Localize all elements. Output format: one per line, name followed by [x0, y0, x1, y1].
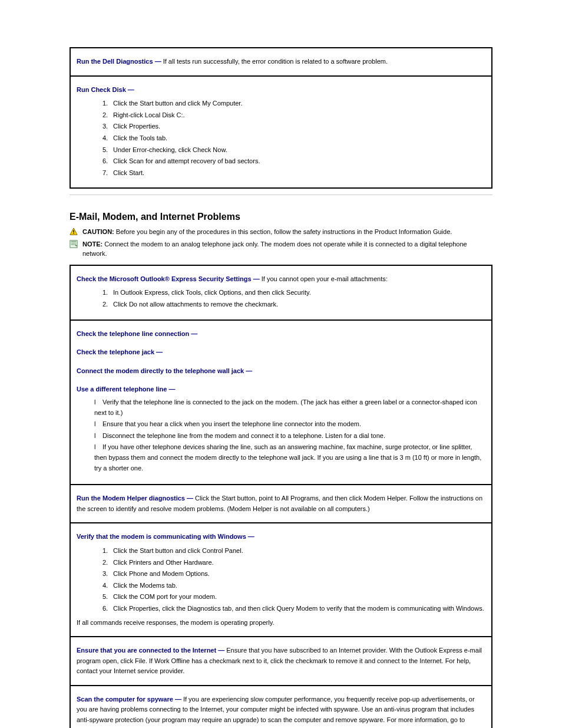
caution-label: CAUTION:: [82, 228, 116, 235]
step: 2.Click Printers and Other Hardware.: [94, 558, 485, 568]
lead-check-disk: Run Check Disk —: [77, 86, 134, 93]
row-modem-windows: Verify that the modem is communicating w…: [71, 523, 491, 637]
caution-body: Before you begin any of the procedures i…: [116, 228, 452, 235]
step: 5.Click the COM port for your modem.: [94, 592, 485, 602]
outlook-steps: 1.In Outlook Express, click Tools, click…: [94, 288, 485, 309]
bullet: lEnsure that you hear a click when you i…: [94, 419, 485, 430]
step: 2.Right-click Local Disk C:.: [94, 110, 485, 121]
lead-run-diagnostics: Run the Dell Diagnostics —: [77, 58, 161, 65]
lead-spyware: Scan the computer for spyware —: [77, 696, 181, 703]
row-run-check-disk: Run Check Disk — 1.Click the Start butto…: [71, 77, 491, 189]
lead-internet-connected: Ensure that you are connected to the Int…: [77, 647, 224, 654]
lead-outlook-security-pre: Check the Microsoft Outlook: [77, 275, 165, 282]
heading-email-modem-internet: E-Mail, Modem, and Internet Problems: [70, 212, 492, 222]
step: 1.In Outlook Express, click Tools, click…: [94, 288, 485, 298]
step: 6.Click Scan for and attempt recovery of…: [94, 156, 485, 167]
troubleshooting-table-drives: Run the Dell Diagnostics — If all tests …: [70, 47, 492, 189]
lead-modem-windows: Verify that the modem is communicating w…: [77, 533, 254, 540]
row-modem-helper: Run the Modem Helper diagnostics — Click…: [71, 485, 491, 523]
step: 2.Click Do not allow attachments to remo…: [94, 299, 485, 310]
row-spyware: Scan the computer for spyware — If you a…: [71, 686, 491, 728]
step: 5.Under Error-checking, click Check Now.: [94, 145, 485, 156]
troubleshooting-table-modem: Check the Microsoft Outlook® Express Sec…: [70, 265, 492, 728]
step: 3.Click Properties.: [94, 121, 485, 132]
svg-rect-2: [73, 233, 74, 234]
row-internet-connected: Ensure that you are connected to the Int…: [71, 637, 491, 686]
bullet: lDisconnect the telephone line from the …: [94, 431, 485, 442]
registered-icon: ®: [165, 275, 170, 282]
modem-windows-steps: 1.Click the Start button and click Contr…: [94, 546, 485, 614]
row-phone-line-checks: Check the telephone line connection — Ch…: [71, 321, 491, 486]
bullet: lIf you have other telephone devices sha…: [94, 442, 485, 473]
step: 7.Click Start.: [94, 168, 485, 179]
caution-icon: [70, 228, 78, 236]
caution-line: CAUTION: Before you begin any of the pro…: [70, 227, 492, 237]
document-page: Run the Dell Diagnostics — If all tests …: [0, 0, 562, 728]
modem-windows-tail: If all commands receive responses, the m…: [77, 618, 485, 628]
svg-rect-1: [73, 230, 74, 233]
check-disk-steps: 1.Click the Start button and click My Co…: [94, 98, 485, 178]
note-body: Connect the modem to an analog telephone…: [82, 241, 467, 258]
lead-modem-helper: Run the Modem Helper diagnostics —: [77, 495, 193, 502]
lead-different-line: Use a different telephone line —: [77, 386, 175, 393]
row-outlook-security: Check the Microsoft Outlook® Express Sec…: [71, 266, 491, 321]
bullet: lVerify that the telephone line is conne…: [94, 397, 485, 418]
note-label: NOTE:: [82, 241, 104, 248]
body-run-diagnostics: If all tests run successfully, the error…: [163, 58, 388, 65]
step: 3.Click Phone and Modem Options.: [94, 569, 485, 579]
note-icon: [70, 240, 78, 248]
row-run-dell-diagnostics: Run the Dell Diagnostics — If all tests …: [71, 48, 491, 77]
step: 1.Click the Start button and click My Co…: [94, 98, 485, 109]
note-line: NOTE: Connect the modem to an analog tel…: [70, 239, 492, 259]
lead-check-jack: Check the telephone jack —: [77, 348, 163, 355]
step: 6.Click Properties, click the Diagnostic…: [94, 604, 485, 614]
step: 4.Click the Tools tab.: [94, 133, 485, 144]
step: 4.Click the Modems tab.: [94, 581, 485, 591]
phone-line-bullets: lVerify that the telephone line is conne…: [94, 397, 485, 473]
lead-connect-modem: Connect the modem directly to the teleph…: [77, 367, 252, 374]
lead-check-line: Check the telephone line connection —: [77, 330, 197, 337]
lead-outlook-security-post: Express Security Settings —: [170, 275, 260, 282]
step: 1.Click the Start button and click Contr…: [94, 546, 485, 556]
section-divider: [70, 195, 492, 195]
body-outlook-security: If you cannot open your e-mail attachmen…: [262, 275, 388, 282]
